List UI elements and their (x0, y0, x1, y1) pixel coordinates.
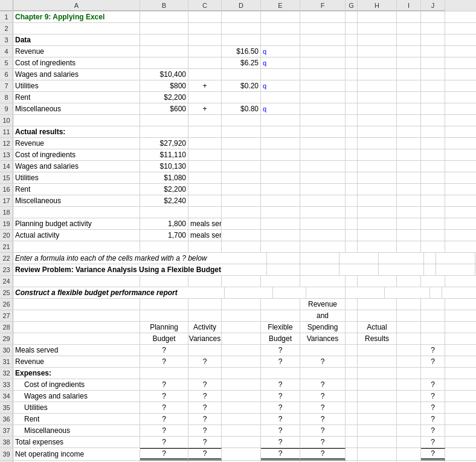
row-5-i[interactable] (397, 57, 421, 68)
row-1-a[interactable]: Chapter 9: Applying Excel (13, 11, 140, 22)
row-19-g[interactable] (346, 218, 358, 229)
row-4-e[interactable]: q (261, 46, 300, 57)
col-h-header[interactable]: H (358, 0, 397, 11)
row-4-g[interactable] (346, 46, 358, 57)
row-7-j[interactable] (421, 80, 445, 91)
row-31-d[interactable] (222, 356, 261, 367)
row-38-d[interactable] (222, 437, 261, 447)
row-30-a[interactable]: Meals served (13, 345, 140, 356)
row-2-a[interactable] (13, 23, 140, 34)
row-27-g[interactable] (346, 310, 358, 321)
row-28-e[interactable]: Flexible (261, 322, 300, 333)
row-6-b[interactable]: $10,400 (140, 69, 188, 80)
row-34-c[interactable]: ? (188, 391, 222, 402)
row-25-d[interactable] (306, 287, 346, 298)
row-32-e[interactable] (261, 368, 300, 379)
row-25-c[interactable] (273, 287, 306, 298)
col-d-header[interactable]: D (222, 0, 261, 11)
row-30-b[interactable]: ? (140, 345, 188, 356)
row-25-e[interactable] (346, 287, 385, 298)
row-1-b[interactable] (140, 11, 188, 22)
row-27-a[interactable] (13, 310, 140, 321)
col-c-header[interactable]: C (188, 0, 222, 11)
row-2-b[interactable] (140, 23, 188, 34)
row-38-i[interactable] (397, 437, 421, 447)
row-25-b[interactable] (225, 287, 273, 298)
row-23-g[interactable] (424, 264, 436, 275)
row-29-b[interactable]: Budget (140, 333, 188, 344)
row-22-f[interactable] (379, 253, 424, 264)
row-11-b[interactable] (140, 126, 188, 137)
row-37-e[interactable]: ? (261, 425, 300, 436)
row-32-d[interactable] (222, 368, 261, 379)
row-8-i[interactable] (397, 92, 421, 103)
row-11-c[interactable] (188, 126, 222, 137)
row-31-j[interactable]: ? (421, 356, 445, 367)
col-f-header[interactable]: F (300, 0, 346, 11)
row-5-f[interactable] (300, 57, 346, 68)
row-11-f[interactable] (300, 126, 346, 137)
row-39-d[interactable] (222, 448, 261, 460)
row-36-c[interactable]: ? (188, 414, 222, 425)
row-10-i[interactable] (397, 115, 421, 126)
row-11-g[interactable] (346, 126, 358, 137)
row-36-f[interactable]: ? (300, 414, 346, 425)
row-8-e[interactable] (261, 92, 300, 103)
row-12-b[interactable]: $27,920 (140, 138, 188, 149)
row-32-g[interactable] (346, 368, 358, 379)
row-16-f[interactable] (300, 184, 346, 195)
row-37-a[interactable]: Miscellaneous (13, 425, 140, 436)
row-23-e[interactable] (339, 264, 379, 275)
row-23-a[interactable]: Review Problem: Variance Analysis Using … (13, 264, 267, 275)
row-32-f[interactable] (300, 368, 346, 379)
row-39-b[interactable]: ? (140, 448, 188, 460)
row-17-f[interactable] (300, 195, 346, 206)
row-39-f[interactable]: ? (300, 448, 346, 460)
row-11-j[interactable] (421, 126, 445, 137)
row-21-i[interactable] (397, 241, 421, 252)
row-11-h[interactable] (358, 126, 397, 137)
row-24-h[interactable] (358, 276, 397, 287)
row-27-i[interactable] (397, 310, 421, 321)
row-33-j[interactable]: ? (421, 379, 445, 390)
row-35-c[interactable]: ? (188, 402, 222, 413)
row-4-d[interactable]: $16.50 (222, 46, 261, 57)
row-17-a[interactable]: Miscellaneous (13, 195, 140, 206)
row-35-f[interactable]: ? (300, 402, 346, 413)
row-13-a[interactable]: Cost of ingredients (13, 149, 140, 160)
row-33-a[interactable]: Cost of ingredients (13, 379, 140, 390)
row-15-i[interactable] (397, 172, 421, 183)
row-8-g[interactable] (346, 92, 358, 103)
row-38-a[interactable]: Total expenses (13, 437, 140, 447)
row-11-d[interactable] (222, 126, 261, 137)
row-13-c[interactable] (188, 149, 222, 160)
row-19-a[interactable]: Planning budget activity (13, 218, 140, 229)
row-14-f[interactable] (300, 161, 346, 172)
row-20-j[interactable] (421, 230, 445, 241)
row-15-j[interactable] (421, 172, 445, 183)
row-8-f[interactable] (300, 92, 346, 103)
row-5-e[interactable]: q (261, 57, 300, 68)
row-14-h[interactable] (358, 161, 397, 172)
row-10-j[interactable] (421, 115, 445, 126)
row-37-c[interactable]: ? (188, 425, 222, 436)
row-20-d[interactable] (222, 230, 261, 241)
row-3-b[interactable] (140, 34, 188, 45)
row-21-f[interactable] (300, 241, 346, 252)
row-15-g[interactable] (346, 172, 358, 183)
row-1-f[interactable] (300, 11, 346, 22)
row-17-e[interactable] (261, 195, 300, 206)
row-34-j[interactable]: ? (421, 391, 445, 402)
row-33-e[interactable]: ? (261, 379, 300, 390)
row-6-g[interactable] (346, 69, 358, 80)
row-25-g[interactable] (430, 287, 442, 298)
row-23-d[interactable] (300, 264, 339, 275)
row-23-c[interactable] (267, 264, 300, 275)
row-12-c[interactable] (188, 138, 222, 149)
row-2-i[interactable] (397, 23, 421, 34)
row-17-j[interactable] (421, 195, 445, 206)
row-38-c[interactable]: ? (188, 437, 222, 447)
row-27-d[interactable] (222, 310, 261, 321)
row-38-j[interactable]: ? (421, 437, 445, 447)
row-9-f[interactable] (300, 103, 346, 114)
